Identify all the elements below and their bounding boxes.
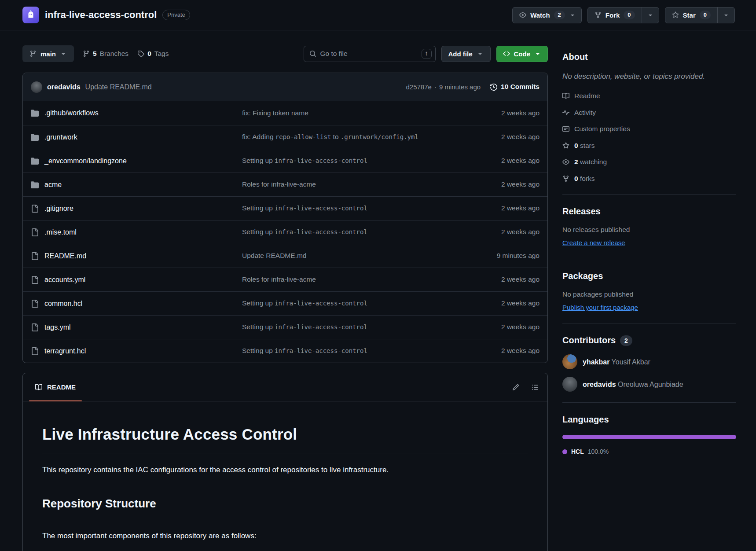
commit-message-link[interactable]: Setting up infra-live-access-control bbox=[242, 322, 465, 332]
repo-owner-avatar[interactable] bbox=[22, 7, 39, 23]
branch-selector[interactable]: main bbox=[22, 45, 74, 62]
commit-message-link[interactable]: fix: Fixing token name bbox=[242, 108, 465, 118]
add-file-label: Add file bbox=[448, 50, 473, 58]
file-link[interactable]: tags.yml bbox=[44, 322, 71, 332]
star-dropdown-button[interactable] bbox=[717, 7, 734, 23]
file-link[interactable]: .gitignore bbox=[44, 203, 73, 213]
search-icon bbox=[309, 50, 316, 57]
eye-icon bbox=[519, 11, 526, 18]
about-item-label: Custom properties bbox=[574, 124, 630, 134]
code-span: .gruntwork/config.yml bbox=[341, 133, 418, 140]
create-release-link[interactable]: Create a new release bbox=[562, 238, 625, 248]
contributor-row[interactable]: oredavids Oreoluwa Agunbiade bbox=[562, 377, 736, 392]
add-file-button[interactable]: Add file bbox=[441, 46, 491, 62]
code-button[interactable]: Code bbox=[496, 46, 548, 62]
commit-message-link[interactable]: Update README.md bbox=[85, 82, 152, 92]
edit-readme-button[interactable] bbox=[512, 384, 519, 391]
readme-content: Live Infrastructure Access Control This … bbox=[23, 401, 547, 551]
main-column: main 5 Branches 0 Tags bbox=[22, 30, 548, 551]
commit-hash-link[interactable]: d25787e bbox=[406, 82, 431, 92]
avatar[interactable] bbox=[562, 377, 577, 392]
file-icon bbox=[31, 300, 39, 308]
watch-count-badge: 2 bbox=[554, 11, 565, 19]
avatar[interactable] bbox=[562, 354, 577, 369]
code-span: infra-live-access-control bbox=[275, 347, 367, 354]
about-item-forks[interactable]: 0 forks bbox=[562, 174, 736, 184]
file-link[interactable]: common.hcl bbox=[44, 298, 82, 309]
repo-title[interactable]: infra-live-access-control bbox=[45, 8, 157, 22]
book-icon bbox=[35, 384, 42, 391]
outline-button[interactable] bbox=[532, 384, 539, 391]
commit-message-link[interactable]: Update README.md bbox=[242, 251, 465, 261]
fork-icon bbox=[595, 11, 602, 18]
file-icon bbox=[31, 276, 39, 284]
about-item-label: 0 forks bbox=[574, 174, 595, 184]
publish-package-link[interactable]: Publish your first package bbox=[562, 303, 638, 312]
about-item-stars[interactable]: 0 stars bbox=[562, 141, 736, 151]
commits-count-label: 10 Commits bbox=[501, 82, 539, 92]
contributor-username: yhakbar bbox=[583, 358, 609, 366]
commit-message-link[interactable]: Roles for infra-live-acme bbox=[242, 180, 465, 189]
code-span: repo-allow-list bbox=[275, 133, 331, 140]
commit-message-link[interactable]: Setting up infra-live-access-control bbox=[242, 203, 465, 213]
tags-count: 0 bbox=[147, 49, 151, 59]
commit-author-avatar[interactable] bbox=[31, 81, 42, 93]
latest-commit-info: oredavids Update README.md bbox=[31, 81, 152, 93]
sidebar-divider bbox=[562, 259, 736, 259]
table-row: .mise.toml Setting up infra-live-access-… bbox=[23, 220, 547, 244]
tab-readme[interactable]: README bbox=[27, 373, 84, 401]
readme-section-heading: Repository Structure bbox=[42, 496, 528, 512]
about-item-activity[interactable]: Activity bbox=[562, 108, 736, 118]
commit-history-link[interactable]: 10 Commits bbox=[490, 82, 539, 92]
file-link[interactable]: _envcommon/landingzone bbox=[44, 156, 127, 166]
languages-heading: Languages bbox=[562, 413, 736, 426]
watch-button[interactable]: Watch 2 bbox=[513, 7, 581, 23]
file-icon bbox=[31, 205, 39, 213]
about-item-label: 2 watching bbox=[574, 157, 607, 167]
folder-icon bbox=[31, 109, 39, 117]
about-item-custom-properties[interactable]: Custom properties bbox=[562, 124, 736, 134]
repo-identity: infra-live-access-control Private bbox=[22, 7, 190, 23]
file-name-cell: common.hcl bbox=[31, 298, 242, 309]
file-name-cell: README.md bbox=[31, 251, 242, 261]
about-item-readme[interactable]: Readme bbox=[562, 91, 736, 101]
book-icon bbox=[562, 92, 569, 99]
commit-message-link[interactable]: Setting up infra-live-access-control bbox=[242, 346, 465, 356]
commit-date: 2 weeks ago bbox=[465, 275, 539, 284]
language-legend-item[interactable]: HCL 100.0% bbox=[562, 447, 736, 456]
list-unordered-icon bbox=[532, 384, 539, 391]
commit-meta: d25787e · 9 minutes ago bbox=[406, 82, 481, 92]
go-to-file-input[interactable]: Go to file t bbox=[304, 46, 436, 62]
fork-button[interactable]: Fork 0 bbox=[588, 7, 642, 23]
contributor-label: yhakbar Yousif Akbar bbox=[583, 357, 650, 367]
fork-dropdown-button[interactable] bbox=[642, 7, 659, 23]
commit-message-link[interactable]: fix: Adding repo-allow-list to .gruntwor… bbox=[242, 132, 465, 142]
commit-author-link[interactable]: oredavids bbox=[47, 82, 81, 92]
file-link[interactable]: accounts.yml bbox=[44, 275, 85, 285]
readme-card: README Live Infrastructure Access Contro… bbox=[22, 373, 548, 551]
file-link[interactable]: README.md bbox=[44, 251, 86, 261]
file-link[interactable]: terragrunt.hcl bbox=[44, 346, 86, 356]
commit-message-link[interactable]: Setting up infra-live-access-control bbox=[242, 156, 465, 165]
commit-message-link[interactable]: Setting up infra-live-access-control bbox=[242, 227, 465, 237]
watch-label: Watch bbox=[530, 11, 550, 19]
eye-icon bbox=[562, 158, 569, 165]
commit-message-link[interactable]: Roles for infra-live-acme bbox=[242, 275, 465, 284]
commits-label: Commits bbox=[510, 83, 539, 90]
languages-section: Languages HCL 100.0% bbox=[562, 413, 736, 456]
about-item-watching[interactable]: 2 watching bbox=[562, 157, 736, 167]
branches-link[interactable]: 5 Branches bbox=[83, 49, 128, 59]
contributor-row[interactable]: yhakbar Yousif Akbar bbox=[562, 354, 736, 369]
star-button[interactable]: Star 0 bbox=[665, 7, 717, 23]
file-name-cell: _envcommon/landingzone bbox=[31, 156, 242, 166]
file-link[interactable]: .github/workflows bbox=[44, 108, 99, 118]
code-span: infra-live-access-control bbox=[275, 300, 367, 307]
language-bar[interactable] bbox=[562, 435, 736, 439]
file-link[interactable]: acme bbox=[44, 180, 62, 190]
code-span: infra-live-access-control bbox=[275, 157, 367, 164]
commit-date: 2 weeks ago bbox=[465, 108, 539, 118]
file-link[interactable]: .mise.toml bbox=[44, 227, 77, 237]
file-link[interactable]: .gruntwork bbox=[44, 132, 77, 142]
tags-link[interactable]: 0 Tags bbox=[137, 49, 169, 59]
commit-message-link[interactable]: Setting up infra-live-access-control bbox=[242, 298, 465, 308]
